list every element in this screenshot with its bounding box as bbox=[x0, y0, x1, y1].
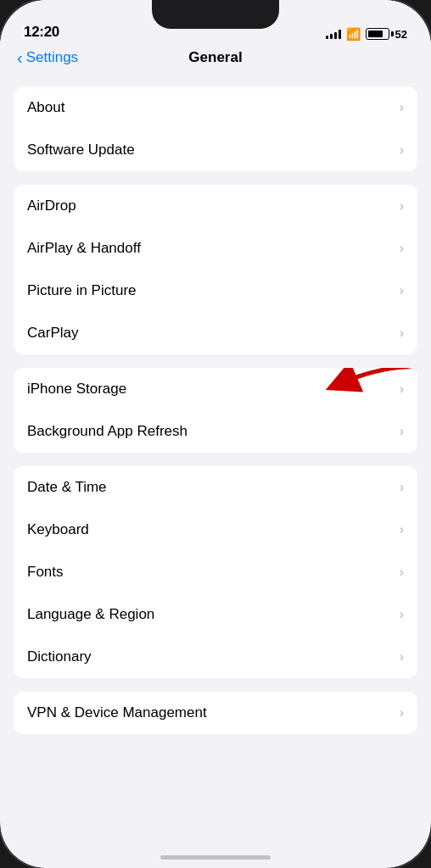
iphone-storage-label: iPhone Storage bbox=[27, 381, 126, 398]
chevron-keyboard-icon: › bbox=[400, 522, 404, 537]
airplay-handoff-label: AirPlay & Handoff bbox=[27, 240, 141, 257]
battery-label: 52 bbox=[395, 28, 407, 41]
chevron-airdrop-icon: › bbox=[400, 198, 404, 214]
screen: 12:20 📶 52 ‹ Settings bbox=[0, 0, 431, 868]
background-app-refresh-label: Background App Refresh bbox=[27, 423, 188, 440]
software-update-label: Software Update bbox=[27, 142, 135, 159]
chevron-storage-icon: › bbox=[400, 381, 404, 397]
chevron-software-update-icon: › bbox=[400, 142, 404, 158]
section-connectivity: AirDrop › AirPlay & Handoff › Picture in… bbox=[14, 185, 417, 354]
settings-content: About › Software Update › AirDrop › AirP… bbox=[0, 73, 431, 751]
nav-bar: ‹ Settings General bbox=[0, 46, 431, 73]
status-time: 12:20 bbox=[24, 24, 59, 41]
chevron-carplay-icon: › bbox=[400, 326, 404, 341]
chevron-language-icon: › bbox=[400, 607, 404, 622]
list-item-vpn[interactable]: VPN & Device Management › bbox=[14, 692, 417, 734]
list-item-about[interactable]: About › bbox=[14, 86, 417, 129]
phone-frame: 12:20 📶 52 ‹ Settings bbox=[0, 0, 431, 868]
chevron-datetime-icon: › bbox=[400, 480, 404, 495]
home-indicator bbox=[160, 855, 271, 860]
signal-icon bbox=[326, 29, 341, 39]
date-time-label: Date & Time bbox=[27, 479, 107, 496]
airdrop-label: AirDrop bbox=[27, 198, 76, 214]
chevron-dictionary-icon: › bbox=[400, 649, 404, 665]
back-chevron-icon: ‹ bbox=[17, 49, 23, 66]
fonts-label: Fonts bbox=[27, 564, 64, 581]
section-locale: Date & Time › Keyboard › Fonts › Languag… bbox=[14, 466, 417, 678]
page-title: General bbox=[188, 49, 242, 66]
wifi-icon: 📶 bbox=[346, 27, 361, 41]
chevron-refresh-icon: › bbox=[400, 424, 404, 439]
chevron-about-icon: › bbox=[400, 100, 404, 115]
list-item-language-region[interactable]: Language & Region › bbox=[14, 593, 417, 636]
list-item-iphone-storage[interactable]: iPhone Storage › bbox=[14, 368, 417, 410]
list-item-software-update[interactable]: Software Update › bbox=[14, 129, 417, 171]
section-storage: iPhone Storage › Background App Refresh … bbox=[14, 368, 417, 453]
list-item-airdrop[interactable]: AirDrop › bbox=[14, 185, 417, 227]
keyboard-label: Keyboard bbox=[27, 521, 89, 538]
chevron-airplay-icon: › bbox=[400, 241, 404, 256]
chevron-vpn-icon: › bbox=[400, 705, 404, 721]
section-vpn: VPN & Device Management › bbox=[14, 692, 417, 734]
list-item-picture-in-picture[interactable]: Picture in Picture › bbox=[14, 270, 417, 312]
carplay-label: CarPlay bbox=[27, 325, 78, 342]
about-label: About bbox=[27, 99, 64, 116]
chevron-pip-icon: › bbox=[400, 283, 404, 298]
list-item-keyboard[interactable]: Keyboard › bbox=[14, 509, 417, 551]
chevron-fonts-icon: › bbox=[400, 565, 404, 580]
battery-icon: 52 bbox=[366, 28, 407, 41]
back-button[interactable]: ‹ Settings bbox=[17, 49, 78, 66]
status-bar: 12:20 📶 52 bbox=[0, 0, 431, 46]
notch bbox=[152, 0, 279, 29]
dictionary-label: Dictionary bbox=[27, 648, 92, 665]
list-item-date-time[interactable]: Date & Time › bbox=[14, 466, 417, 509]
list-item-dictionary[interactable]: Dictionary › bbox=[14, 636, 417, 678]
language-region-label: Language & Region bbox=[27, 606, 154, 623]
list-item-carplay[interactable]: CarPlay › bbox=[14, 312, 417, 354]
list-item-fonts[interactable]: Fonts › bbox=[14, 551, 417, 593]
back-label: Settings bbox=[26, 49, 78, 66]
status-icons: 📶 52 bbox=[326, 27, 407, 41]
list-item-airplay-handoff[interactable]: AirPlay & Handoff › bbox=[14, 227, 417, 270]
section-about: About › Software Update › bbox=[14, 86, 417, 171]
vpn-label: VPN & Device Management bbox=[27, 704, 207, 721]
list-item-background-app-refresh[interactable]: Background App Refresh › bbox=[14, 410, 417, 453]
picture-in-picture-label: Picture in Picture bbox=[27, 282, 137, 299]
